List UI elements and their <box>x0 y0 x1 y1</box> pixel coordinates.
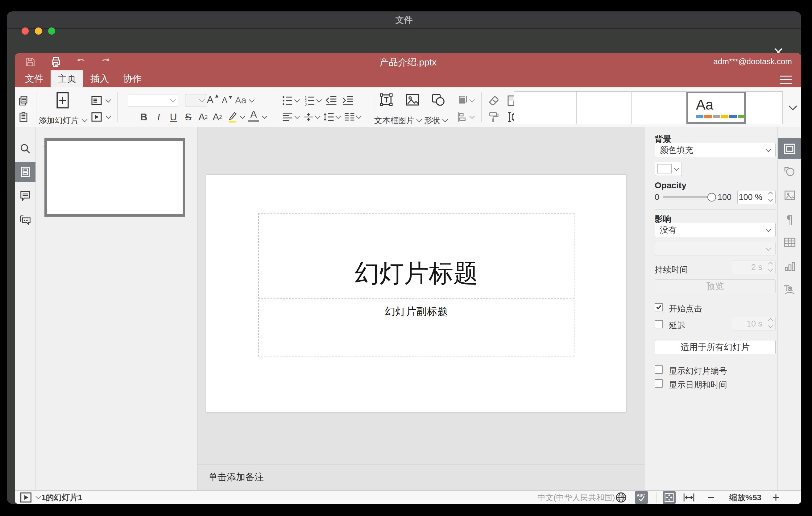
image-settings-button[interactable] <box>778 185 801 206</box>
insert-textbox-label[interactable]: 文本框 <box>374 115 398 126</box>
arrange-chevron[interactable] <box>470 99 474 103</box>
numbering-button[interactable]: 1 2 3 <box>303 95 316 106</box>
start-preview-button[interactable] <box>90 111 103 123</box>
numbering-chevron[interactable] <box>317 99 321 103</box>
highlight-color-chevron[interactable] <box>241 115 245 119</box>
insert-image-label[interactable]: 图片 <box>398 115 422 126</box>
opacity-slider-knob[interactable] <box>707 193 716 202</box>
document-language-button[interactable] <box>615 492 627 503</box>
decrease-font-button[interactable]: A ▼ <box>222 96 233 105</box>
start-on-click-checkbox[interactable] <box>655 303 663 311</box>
columns-chevron[interactable] <box>357 115 361 119</box>
strikethrough-button[interactable]: S <box>185 111 191 123</box>
increase-indent-button[interactable] <box>342 95 354 106</box>
italic-button[interactable]: I <box>157 111 161 123</box>
clear-style-button[interactable] <box>488 94 500 107</box>
font-color-chevron[interactable] <box>263 115 267 119</box>
spell-check-button[interactable]: ABC <box>635 491 648 504</box>
superscript-button[interactable]: A2 <box>198 111 208 123</box>
shape-settings-button[interactable] <box>778 162 801 182</box>
underline-button[interactable]: U <box>170 111 177 123</box>
apply-to-all-slides-button[interactable]: 适用于所有幻灯片 <box>655 340 776 354</box>
tab-insert[interactable]: 插入 <box>83 70 116 87</box>
textart-settings-button[interactable]: Ta <box>778 279 801 300</box>
theme-option[interactable] <box>514 92 577 124</box>
font-size-select[interactable] <box>185 94 207 107</box>
comments-panel-button[interactable] <box>15 185 35 206</box>
table-settings-button[interactable] <box>778 232 801 253</box>
copy-button[interactable] <box>18 95 29 107</box>
show-date-checkbox[interactable] <box>655 379 663 388</box>
line-spacing-chevron[interactable] <box>336 115 340 119</box>
title-placeholder[interactable]: 幻灯片标题 <box>258 213 575 299</box>
paste-button[interactable] <box>18 111 29 123</box>
decrease-indent-button[interactable] <box>325 95 338 106</box>
effect-type-select[interactable] <box>655 242 776 256</box>
font-name-select[interactable] <box>128 94 178 107</box>
paragraph-settings-button[interactable]: ¶ <box>778 208 801 229</box>
columns-button[interactable] <box>344 112 355 122</box>
slide-layout-chevron[interactable] <box>107 99 111 103</box>
search-panel-button[interactable] <box>15 139 35 159</box>
theme-option[interactable] <box>746 92 782 124</box>
background-color-picker[interactable] <box>655 162 682 176</box>
background-fill-select[interactable]: 颜色填充 <box>655 143 776 157</box>
duration-spinner[interactable]: 2 s <box>732 260 776 274</box>
font-color-button[interactable]: A <box>248 109 259 122</box>
bold-button[interactable]: B <box>140 111 147 123</box>
delay-spinner[interactable]: 10 s <box>732 317 776 331</box>
theme-option[interactable] <box>577 92 632 124</box>
arrange-button[interactable] <box>456 95 468 107</box>
subscript-button[interactable]: A2 <box>212 111 222 123</box>
theme-option[interactable] <box>632 92 687 124</box>
traffic-minimize-button[interactable] <box>35 27 42 34</box>
add-slide-label-row[interactable]: 添加幻灯片 <box>39 115 87 126</box>
change-case-chevron[interactable] <box>250 99 254 103</box>
highlight-color-button[interactable] <box>227 111 238 123</box>
vertical-align-chevron[interactable] <box>316 115 320 119</box>
line-spacing-button[interactable] <box>323 112 335 122</box>
insert-shape-button[interactable] <box>431 93 445 106</box>
bullets-button[interactable] <box>281 95 294 106</box>
theme-option-selected[interactable]: Aa <box>687 92 746 124</box>
slide-settings-button[interactable] <box>778 138 801 159</box>
fit-to-width-button[interactable] <box>683 492 695 503</box>
delay-checkbox[interactable] <box>655 320 663 328</box>
slides-panel-button[interactable] <box>15 162 35 182</box>
increase-font-button[interactable]: A ▲ <box>207 94 219 106</box>
zoom-out-button[interactable] <box>706 493 716 502</box>
tab-home[interactable]: 主页 <box>51 70 83 87</box>
notes-area[interactable]: 单击添加备注 <box>198 464 645 490</box>
align-objects-button[interactable] <box>456 111 468 123</box>
opacity-spinner[interactable]: 100 % <box>737 190 776 204</box>
add-slide-button[interactable] <box>56 91 70 109</box>
menu-button[interactable] <box>780 76 792 84</box>
preview-button[interactable]: 预览 <box>655 279 776 293</box>
vertical-align-button[interactable] <box>303 112 314 122</box>
start-slideshow-button[interactable] <box>20 492 40 503</box>
chat-panel-button[interactable] <box>15 209 35 230</box>
language-selector[interactable]: 中文(中华人民共和国) <box>538 492 624 503</box>
opacity-slider-track[interactable] <box>663 196 712 198</box>
slide-layout-button[interactable] <box>90 94 103 107</box>
traffic-close-button[interactable] <box>22 27 29 34</box>
show-slide-number-checkbox[interactable] <box>655 365 663 374</box>
align-objects-chevron[interactable] <box>470 115 474 119</box>
tab-collaboration[interactable]: 协作 <box>116 70 149 87</box>
horizontal-align-chevron[interactable] <box>295 115 299 119</box>
insert-image-button[interactable] <box>405 93 419 106</box>
tab-file[interactable]: 文件 <box>18 70 51 87</box>
zoom-in-button[interactable] <box>771 493 781 502</box>
horizontal-align-button[interactable] <box>282 112 293 122</box>
bullets-chevron[interactable] <box>295 99 299 103</box>
insert-shape-label[interactable]: 形状 <box>424 115 447 126</box>
copy-style-button[interactable] <box>488 111 499 123</box>
theme-gallery-expand-button[interactable] <box>790 104 796 110</box>
fit-to-slide-button[interactable] <box>663 491 676 504</box>
traffic-zoom-button[interactable] <box>48 27 55 34</box>
start-preview-chevron[interactable] <box>107 115 111 119</box>
subtitle-placeholder[interactable]: 幻灯片副标题 <box>258 300 575 356</box>
slide-thumbnail[interactable] <box>45 138 185 217</box>
effect-select[interactable]: 没有 <box>655 223 776 237</box>
chart-settings-button[interactable] <box>778 256 801 277</box>
